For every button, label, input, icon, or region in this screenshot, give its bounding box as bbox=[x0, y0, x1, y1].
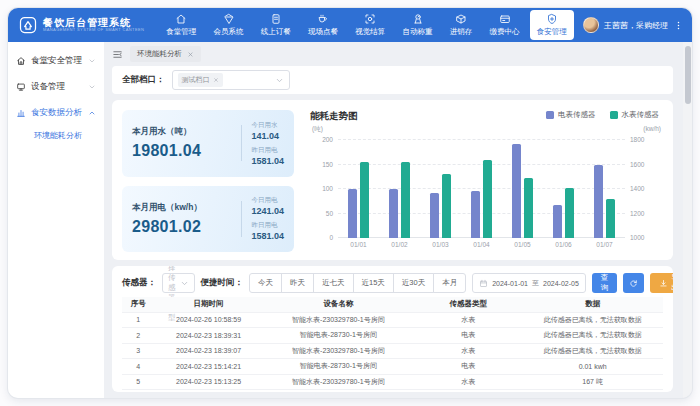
table-cell: 5 bbox=[122, 374, 154, 390]
table-cell: 智能水表-230329780-1号房间 bbox=[263, 312, 414, 328]
stat-title: 本月用水（吨） bbox=[132, 126, 232, 138]
sidebar-item-label: 设备管理 bbox=[31, 81, 83, 93]
sidebar-item-canteen-safety[interactable]: 食堂安全管理 bbox=[8, 48, 104, 74]
search-button[interactable]: 查 询 bbox=[592, 273, 618, 293]
divider bbox=[241, 125, 242, 161]
bar-electric[interactable] bbox=[389, 189, 398, 238]
user-name: 王茜茜，采购经理 bbox=[604, 20, 668, 31]
online-order-icon bbox=[270, 13, 282, 25]
right-axis-tick: 1400 bbox=[630, 185, 644, 192]
date-range-picker[interactable]: 2024-01-01 至 2024-02-05 bbox=[472, 273, 586, 293]
nav-item-onsite-order[interactable]: 现场点餐 bbox=[301, 11, 345, 39]
export-button[interactable]: 导出 bbox=[650, 273, 673, 293]
chevron-down-icon bbox=[88, 83, 96, 91]
dashboard-card: 本月用水（吨）19801.04今日用水141.04昨日用电1581.04本月用电… bbox=[112, 100, 673, 260]
bar-water[interactable] bbox=[401, 162, 410, 238]
sidebar-item-device-management[interactable]: 设备管理 bbox=[8, 74, 104, 100]
nav-item-online-order[interactable]: 线上订餐 bbox=[254, 11, 298, 39]
bar-water[interactable] bbox=[606, 199, 615, 238]
sensor-filter-label: 传感器： bbox=[122, 277, 156, 289]
stat-side-label: 今日用电 bbox=[251, 196, 284, 205]
page-scrollbar[interactable] bbox=[683, 42, 692, 398]
sensor-data-table: 序号日期时间设备名称传感器类型数据 12024-02-26 10:58:59智能… bbox=[122, 297, 663, 392]
nav-item-label: 视觉结算 bbox=[355, 27, 385, 37]
quick-time-buttons: 今天昨天近七天近15天近30天本月 bbox=[249, 273, 466, 293]
tab-energy-analysis[interactable]: 环境能耗分析 bbox=[130, 46, 201, 62]
tab-bar: 环境能耗分析 bbox=[112, 46, 673, 62]
stat-cards: 本月用水（吨）19801.04今日用水141.04昨日用电1581.04本月用电… bbox=[122, 110, 294, 252]
user-menu[interactable]: 王茜茜，采购经理 bbox=[577, 17, 684, 33]
table-cell: 此传感器已离线，无法获取数据 bbox=[522, 328, 663, 344]
bar-water[interactable] bbox=[360, 162, 369, 238]
table-cell: 1 bbox=[122, 312, 154, 328]
legend-item-water[interactable]: 水表传感器 bbox=[610, 110, 660, 120]
chart-plot-area: 0100050120010014001501600200180001/0101/… bbox=[338, 140, 625, 238]
tab-close-icon[interactable] bbox=[187, 51, 194, 58]
bar-group-01/01: 01/01 bbox=[348, 140, 369, 238]
nav-item-auto-weigh[interactable]: 自动称重 bbox=[396, 11, 440, 39]
table-cell: 3 bbox=[122, 343, 154, 359]
table-cell: 水表 bbox=[414, 312, 522, 328]
sidebar-subitem-energy-analysis[interactable]: 环境能耗分析 bbox=[8, 126, 104, 145]
bar-electric[interactable] bbox=[594, 165, 603, 239]
bar-water[interactable] bbox=[483, 160, 492, 238]
top-header: 餐饮后台管理系统 MANAGEMENT SYSTEM OF SMART CANT… bbox=[8, 8, 692, 42]
sidebar-item-safety-data-analysis[interactable]: 食安数据分析 bbox=[8, 100, 104, 126]
tag-remove-icon[interactable] bbox=[213, 77, 219, 83]
scrollbar-thumb[interactable] bbox=[685, 46, 691, 104]
more-menu-icon[interactable] bbox=[673, 20, 684, 31]
nav-item-payment-center[interactable]: 缴费中心 bbox=[483, 11, 527, 39]
stat-side-label: 昨日用电 bbox=[251, 146, 284, 155]
bar-water[interactable] bbox=[524, 178, 533, 238]
chevron-down-icon bbox=[180, 279, 189, 288]
nav-item-vision-checkout[interactable]: 视觉结算 bbox=[348, 11, 392, 39]
left-axis-tick: 50 bbox=[326, 210, 333, 217]
right-axis-tick: 1200 bbox=[630, 210, 644, 217]
nav-item-inventory[interactable]: 进销存 bbox=[443, 11, 480, 39]
refresh-icon bbox=[629, 279, 638, 288]
quick-time-button-3[interactable]: 近15天 bbox=[353, 273, 394, 293]
bar-water[interactable] bbox=[565, 188, 574, 238]
quick-time-button-5[interactable]: 本月 bbox=[433, 273, 466, 293]
stat-side-value: 1241.04 bbox=[251, 206, 284, 216]
table-cell: 水表 bbox=[414, 390, 522, 393]
right-axis-tick: 1800 bbox=[630, 136, 644, 143]
table-cell: 6 bbox=[122, 390, 154, 393]
bar-electric[interactable] bbox=[471, 191, 480, 238]
bar-electric[interactable] bbox=[553, 205, 562, 238]
quick-time-button-0[interactable]: 今天 bbox=[249, 273, 282, 293]
nav-item-label: 食安管理 bbox=[537, 27, 567, 37]
sidebar-item-label: 食堂安全管理 bbox=[31, 55, 83, 67]
nav-item-label: 会员系统 bbox=[214, 27, 244, 37]
table-cell: 水表 bbox=[414, 374, 522, 390]
app-subtitle: MANAGEMENT SYSTEM OF SMART CANTEEN bbox=[43, 28, 144, 32]
bar-electric[interactable] bbox=[430, 193, 439, 238]
table-cell: 智能电表-28730-1号房间 bbox=[263, 328, 414, 344]
refresh-button[interactable] bbox=[623, 273, 644, 293]
bar-electric[interactable] bbox=[512, 144, 521, 238]
table-cell: 智能电表-28730-1号房间 bbox=[263, 359, 414, 375]
sensor-type-select[interactable]: 请选择传感器类型 bbox=[162, 273, 195, 293]
energy-trend-chart: 能耗走势图 电表传感器水表传感器 (吨) (kw/h) 010005012001… bbox=[310, 110, 661, 252]
vision-icon bbox=[364, 13, 376, 25]
quick-time-button-1[interactable]: 昨天 bbox=[281, 273, 314, 293]
nav-item-food-safety[interactable]: 食安管理 bbox=[530, 10, 574, 40]
bar-water[interactable] bbox=[442, 174, 451, 238]
date-start: 2024-01-01 bbox=[492, 280, 528, 287]
stall-filter-label: 全部档口： bbox=[122, 74, 165, 86]
x-axis-label: 01/04 bbox=[473, 241, 489, 248]
quick-time-button-4[interactable]: 近30天 bbox=[393, 273, 434, 293]
collapse-menu-icon[interactable] bbox=[112, 49, 123, 60]
table-cell: 电表 bbox=[414, 328, 522, 344]
table-cell: 0.01 kwh bbox=[522, 359, 663, 375]
nav-item-canteen-management[interactable]: 食堂管理 bbox=[159, 11, 203, 39]
download-icon bbox=[659, 279, 668, 288]
bar-electric[interactable] bbox=[348, 189, 357, 238]
close-icon bbox=[213, 77, 219, 83]
calendar-icon bbox=[479, 279, 488, 288]
quick-time-button-2[interactable]: 近七天 bbox=[313, 273, 354, 293]
nav-item-member-system[interactable]: 会员系统 bbox=[207, 11, 251, 39]
stall-select[interactable]: 测试档口 bbox=[172, 70, 290, 90]
inventory-icon bbox=[455, 13, 467, 25]
legend-item-electric[interactable]: 电表传感器 bbox=[546, 110, 596, 120]
